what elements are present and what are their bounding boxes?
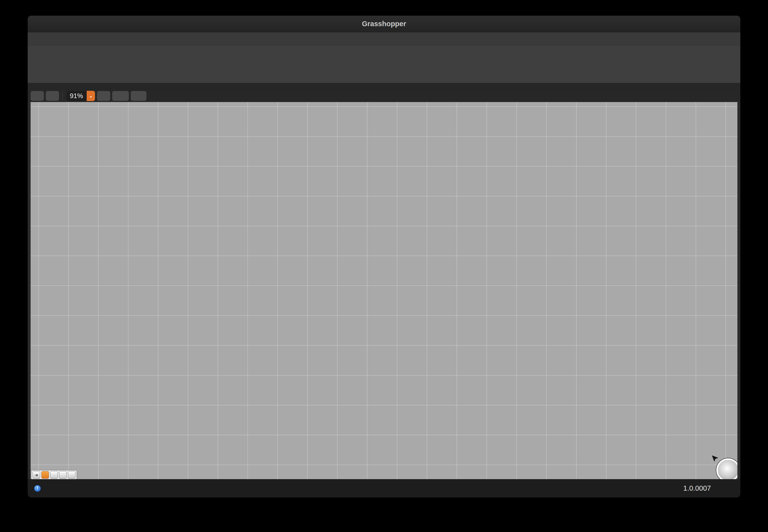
info-icon[interactable]: ! (34, 485, 41, 492)
zoom-control: 91% ⌄ (66, 91, 95, 101)
zoom-button[interactable] (55, 21, 61, 27)
toolbar-divider (62, 92, 63, 100)
title-bar[interactable]: Grasshopper (28, 16, 740, 32)
canvas-mini-toolbar: -x (31, 470, 77, 479)
zoom-level[interactable]: 91% (66, 91, 86, 101)
preview-toggle-button[interactable] (59, 471, 67, 479)
status-bar: ! 1.0.0007 (28, 479, 740, 497)
close-button[interactable] (34, 21, 40, 27)
mouse-cursor (711, 454, 721, 464)
grasshopper-window: Grasshopper 91% ⌄ -x ! (27, 15, 741, 498)
hide-wires-button[interactable]: -x (33, 471, 40, 479)
wire-display-button[interactable] (50, 471, 58, 479)
save-file-button[interactable] (46, 91, 59, 101)
window-title: Grasshopper (362, 20, 406, 28)
version-label: 1.0.0007 (683, 484, 711, 492)
traffic-lights (34, 16, 61, 32)
zoom-extents-button[interactable] (97, 91, 110, 101)
minimize-button[interactable] (45, 21, 50, 27)
zoom-dropdown[interactable]: ⌄ (87, 91, 95, 101)
canvas-toolbar: 91% ⌄ (28, 90, 740, 102)
ribbon-canvas-divider (28, 83, 740, 90)
draw-button[interactable] (131, 91, 146, 101)
category-tab-bar (28, 32, 740, 45)
grasshopper-canvas[interactable]: -x (31, 102, 737, 479)
preview-button[interactable] (112, 91, 129, 101)
solver-timer-button[interactable] (68, 471, 75, 479)
goo-button[interactable] (41, 471, 49, 479)
component-ribbon (28, 45, 740, 83)
open-file-button[interactable] (31, 91, 44, 101)
